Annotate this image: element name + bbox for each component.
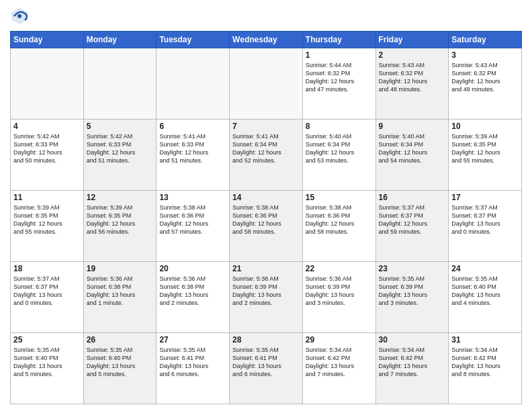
day-info: Sunrise: 5:40 AMSunset: 6:34 PMDaylight:… [306, 132, 373, 165]
calendar-cell: 6Sunrise: 5:41 AMSunset: 6:33 PMDaylight… [157, 120, 230, 191]
calendar-cell: 15Sunrise: 5:38 AMSunset: 6:36 PMDayligh… [302, 191, 375, 262]
calendar-cell: 23Sunrise: 5:35 AMSunset: 6:39 PMDayligh… [375, 262, 449, 333]
day-info: Sunrise: 5:35 AMSunset: 6:39 PMDaylight:… [379, 275, 446, 308]
day-number: 3 [451, 50, 519, 60]
day-info: Sunrise: 5:35 AMSunset: 6:40 PMDaylight:… [13, 346, 81, 379]
page: SundayMondayTuesdayWednesdayThursdayFrid… [0, 0, 532, 411]
calendar-cell: 3Sunrise: 5:43 AMSunset: 6:32 PMDaylight… [449, 48, 522, 120]
logo [10, 7, 32, 26]
day-header-wednesday: Wednesday [230, 32, 303, 48]
day-info: Sunrise: 5:36 AMSunset: 6:39 PMDaylight:… [232, 275, 300, 308]
calendar-cell: 17Sunrise: 5:37 AMSunset: 6:37 PMDayligh… [449, 191, 522, 262]
day-number: 25 [13, 335, 81, 345]
day-info: Sunrise: 5:42 AMSunset: 6:33 PMDaylight:… [87, 132, 154, 165]
day-number: 21 [232, 264, 300, 273]
day-number: 16 [379, 193, 446, 202]
day-info: Sunrise: 5:35 AMSunset: 6:40 PMDaylight:… [87, 346, 154, 379]
calendar-cell: 13Sunrise: 5:38 AMSunset: 6:36 PMDayligh… [157, 191, 230, 262]
day-info: Sunrise: 5:38 AMSunset: 6:36 PMDaylight:… [159, 203, 226, 236]
day-number: 28 [232, 335, 300, 345]
day-info: Sunrise: 5:38 AMSunset: 6:36 PMDaylight:… [306, 203, 373, 236]
day-info: Sunrise: 5:37 AMSunset: 6:37 PMDaylight:… [13, 275, 81, 308]
day-header-tuesday: Tuesday [157, 32, 230, 48]
day-info: Sunrise: 5:37 AMSunset: 6:37 PMDaylight:… [379, 203, 446, 236]
day-info: Sunrise: 5:34 AMSunset: 6:42 PMDaylight:… [306, 346, 373, 379]
calendar-cell: 24Sunrise: 5:35 AMSunset: 6:40 PMDayligh… [449, 262, 522, 333]
day-header-monday: Monday [83, 32, 157, 48]
day-info: Sunrise: 5:39 AMSunset: 6:35 PMDaylight:… [87, 203, 154, 236]
day-header-saturday: Saturday [449, 32, 522, 48]
calendar-week-1: 1Sunrise: 5:44 AMSunset: 6:32 PMDaylight… [11, 48, 522, 120]
day-number: 20 [159, 264, 226, 273]
day-number: 5 [87, 122, 154, 131]
calendar-cell: 7Sunrise: 5:41 AMSunset: 6:34 PMDaylight… [230, 120, 303, 191]
calendar-cell: 16Sunrise: 5:37 AMSunset: 6:37 PMDayligh… [375, 191, 449, 262]
day-number: 15 [306, 193, 373, 202]
calendar-week-3: 11Sunrise: 5:39 AMSunset: 6:35 PMDayligh… [11, 191, 522, 262]
calendar-cell: 22Sunrise: 5:36 AMSunset: 6:39 PMDayligh… [302, 262, 375, 333]
logo-icon [10, 7, 29, 26]
day-number: 19 [87, 264, 154, 273]
calendar-cell: 20Sunrise: 5:36 AMSunset: 6:38 PMDayligh… [157, 262, 230, 333]
calendar-cell: 5Sunrise: 5:42 AMSunset: 6:33 PMDaylight… [83, 120, 157, 191]
day-info: Sunrise: 5:44 AMSunset: 6:32 PMDaylight:… [306, 61, 373, 94]
day-number: 14 [232, 193, 300, 202]
day-info: Sunrise: 5:39 AMSunset: 6:35 PMDaylight:… [451, 132, 519, 165]
day-info: Sunrise: 5:36 AMSunset: 6:38 PMDaylight:… [159, 275, 226, 308]
day-number: 13 [159, 193, 226, 202]
calendar-week-4: 18Sunrise: 5:37 AMSunset: 6:37 PMDayligh… [11, 262, 522, 333]
calendar-cell: 2Sunrise: 5:43 AMSunset: 6:32 PMDaylight… [375, 48, 449, 120]
day-info: Sunrise: 5:35 AMSunset: 6:41 PMDaylight:… [232, 346, 300, 379]
day-number: 29 [306, 335, 373, 345]
svg-point-1 [17, 14, 21, 18]
calendar-cell [11, 48, 84, 120]
day-info: Sunrise: 5:40 AMSunset: 6:34 PMDaylight:… [379, 132, 446, 165]
day-info: Sunrise: 5:36 AMSunset: 6:38 PMDaylight:… [87, 275, 154, 308]
calendar-cell [83, 48, 157, 120]
calendar-cell: 25Sunrise: 5:35 AMSunset: 6:40 PMDayligh… [11, 333, 84, 404]
day-info: Sunrise: 5:37 AMSunset: 6:37 PMDaylight:… [451, 203, 519, 236]
calendar-cell: 18Sunrise: 5:37 AMSunset: 6:37 PMDayligh… [11, 262, 84, 333]
day-info: Sunrise: 5:34 AMSunset: 6:42 PMDaylight:… [379, 346, 446, 379]
day-info: Sunrise: 5:41 AMSunset: 6:33 PMDaylight:… [159, 132, 226, 165]
day-header-thursday: Thursday [302, 32, 375, 48]
day-number: 4 [13, 122, 81, 131]
calendar-week-2: 4Sunrise: 5:42 AMSunset: 6:33 PMDaylight… [11, 120, 522, 191]
calendar-header-row: SundayMondayTuesdayWednesdayThursdayFrid… [11, 32, 522, 48]
calendar-cell: 1Sunrise: 5:44 AMSunset: 6:32 PMDaylight… [302, 48, 375, 120]
calendar-cell: 21Sunrise: 5:36 AMSunset: 6:39 PMDayligh… [230, 262, 303, 333]
day-number: 2 [379, 50, 446, 60]
day-info: Sunrise: 5:35 AMSunset: 6:41 PMDaylight:… [159, 346, 226, 379]
calendar-table: SundayMondayTuesdayWednesdayThursdayFrid… [10, 31, 522, 404]
day-number: 31 [451, 335, 519, 345]
day-number: 12 [87, 193, 154, 202]
day-number: 10 [451, 122, 519, 131]
calendar-cell: 30Sunrise: 5:34 AMSunset: 6:42 PMDayligh… [375, 333, 449, 404]
day-number: 27 [159, 335, 226, 345]
day-info: Sunrise: 5:39 AMSunset: 6:35 PMDaylight:… [13, 203, 81, 236]
day-info: Sunrise: 5:42 AMSunset: 6:33 PMDaylight:… [13, 132, 81, 165]
header [10, 7, 522, 26]
day-number: 9 [379, 122, 446, 131]
day-number: 11 [13, 193, 81, 202]
calendar-cell: 14Sunrise: 5:38 AMSunset: 6:36 PMDayligh… [230, 191, 303, 262]
day-number: 18 [13, 264, 81, 273]
calendar-week-5: 25Sunrise: 5:35 AMSunset: 6:40 PMDayligh… [11, 333, 522, 404]
day-number: 17 [451, 193, 519, 202]
day-info: Sunrise: 5:36 AMSunset: 6:39 PMDaylight:… [306, 275, 373, 308]
day-number: 7 [232, 122, 300, 131]
day-number: 30 [379, 335, 446, 345]
day-info: Sunrise: 5:38 AMSunset: 6:36 PMDaylight:… [232, 203, 300, 236]
day-number: 6 [159, 122, 226, 131]
calendar-cell: 10Sunrise: 5:39 AMSunset: 6:35 PMDayligh… [449, 120, 522, 191]
day-number: 23 [379, 264, 446, 273]
calendar-cell: 8Sunrise: 5:40 AMSunset: 6:34 PMDaylight… [302, 120, 375, 191]
day-number: 22 [306, 264, 373, 273]
day-number: 26 [87, 335, 154, 345]
calendar-cell: 26Sunrise: 5:35 AMSunset: 6:40 PMDayligh… [83, 333, 157, 404]
day-info: Sunrise: 5:35 AMSunset: 6:40 PMDaylight:… [451, 275, 519, 308]
calendar-cell: 4Sunrise: 5:42 AMSunset: 6:33 PMDaylight… [11, 120, 84, 191]
day-number: 24 [451, 264, 519, 273]
day-header-sunday: Sunday [11, 32, 84, 48]
day-info: Sunrise: 5:34 AMSunset: 6:42 PMDaylight:… [451, 346, 519, 379]
